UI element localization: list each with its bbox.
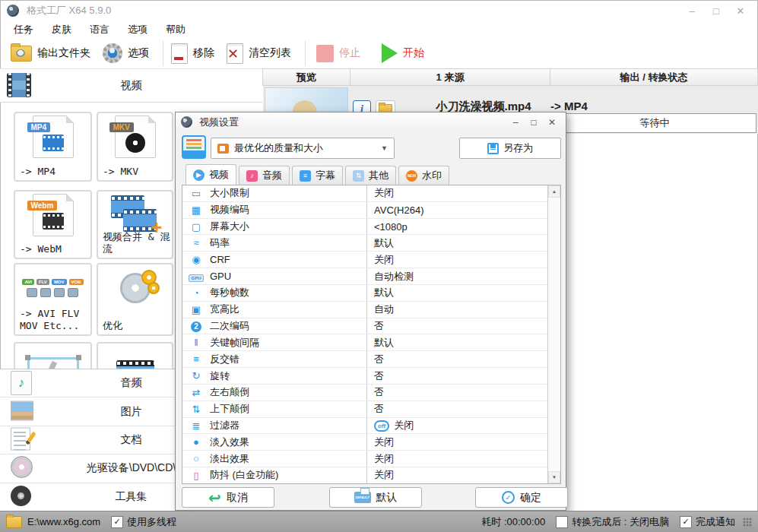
ok-button[interactable]: ✓ 确定 xyxy=(475,487,568,508)
stop-button[interactable]: 停止 xyxy=(316,45,360,62)
elapsed-value: 00:00:00 xyxy=(507,516,546,527)
format-card-label: -> AVI FLV MOV Etc... xyxy=(20,308,79,333)
output-path[interactable]: E:\www.x6g.com xyxy=(27,516,100,527)
setting-value: 否 xyxy=(374,353,384,366)
scrollbar[interactable]: ▲ ▼ xyxy=(547,185,560,483)
column-header-source[interactable]: 1 来源 xyxy=(350,68,550,86)
setting-row[interactable]: ≡反交错否 xyxy=(182,351,548,368)
setting-label: 上下颠倒 xyxy=(210,402,249,416)
dialog-maximize-icon[interactable]: □ xyxy=(528,117,540,128)
tab-label: 字幕 xyxy=(316,169,335,182)
menu-item[interactable]: 语言 xyxy=(81,23,119,36)
maximize-icon[interactable]: □ xyxy=(708,5,725,17)
column-header-output[interactable]: 输出 / 转换状态 xyxy=(550,68,758,86)
setting-label: 视频编码 xyxy=(210,203,249,217)
tab-other[interactable]: ⇅其他 xyxy=(345,166,396,185)
setting-row[interactable]: 2二次编码否 xyxy=(182,318,548,335)
setting-label: 码率 xyxy=(210,236,230,250)
setting-row[interactable]: ‖关键帧间隔默认 xyxy=(182,334,548,351)
setting-row[interactable]: ≈码率默认 xyxy=(182,235,548,252)
output-format: -> MP4 xyxy=(550,100,588,112)
setting-row[interactable]: ▢屏幕大小<1080p xyxy=(182,219,548,236)
tab-audio[interactable]: ♪音频 xyxy=(239,166,290,185)
scroll-up-icon[interactable]: ▲ xyxy=(548,185,560,198)
subtitle-tab-icon: ≡ xyxy=(300,170,311,182)
options-button[interactable]: 选项 xyxy=(103,43,149,63)
setting-row[interactable]: ●淡入效果关闭 xyxy=(182,434,548,451)
setting-row[interactable]: ○淡出效果关闭 xyxy=(182,451,548,467)
notify-checkbox[interactable] xyxy=(680,516,692,528)
setting-row[interactable]: ⇄左右颠倒否 xyxy=(182,385,548,401)
minimize-icon[interactable]: – xyxy=(683,5,700,17)
tab-video[interactable]: ▶视频 xyxy=(186,164,236,185)
setting-row[interactable]: ▯防抖 (白金功能)关闭 xyxy=(182,467,548,483)
status-label: 等待中 xyxy=(640,116,670,130)
start-label: 开始 xyxy=(403,46,424,60)
menu-item[interactable]: 选项 xyxy=(119,23,157,36)
source-header-label: 1 来源 xyxy=(436,71,465,84)
dialog-minimize-icon[interactable]: – xyxy=(509,117,522,128)
close-icon[interactable]: ✕ xyxy=(732,5,749,17)
tab-label: 音频 xyxy=(262,169,282,182)
remove-button[interactable]: 移除 xyxy=(171,43,214,64)
shutdown-checkbox[interactable] xyxy=(556,516,568,528)
menu-item[interactable]: 皮肤 xyxy=(43,23,81,36)
format-card[interactable]: AVIFLVMOVVOB-> AVI FLV MOV Etc... xyxy=(14,263,92,336)
film-frame-icon xyxy=(217,144,229,154)
deinterlace-icon: ≡ xyxy=(182,353,210,365)
setting-label: GPU xyxy=(210,271,231,282)
clear-list-button[interactable]: 清空列表 xyxy=(227,43,291,64)
dialog-tabs: ▶视频♪音频≡字幕⇅其他NEW水印 xyxy=(176,166,566,185)
image-icon xyxy=(11,401,33,423)
default-button[interactable]: DEFAULT 默认 xyxy=(329,487,422,508)
setting-value: 默认 xyxy=(374,286,394,299)
format-card[interactable]: 优化 xyxy=(97,263,173,336)
resize-grip[interactable] xyxy=(743,518,752,527)
status-bar: E:\www.x6g.com 使用多线程 耗时 : 00:00:00 转换完成后… xyxy=(0,511,758,532)
format-card-label: -> MKV xyxy=(103,166,138,178)
preset-value: 最优化的质量和大小 xyxy=(234,141,323,155)
multithread-checkbox[interactable] xyxy=(111,516,123,528)
video-category-header[interactable]: 视频 xyxy=(0,68,262,103)
setting-row[interactable]: ↻旋转否 xyxy=(182,368,548,385)
aspect-ratio-icon: ▣ xyxy=(182,304,210,315)
output-path-folder-icon[interactable] xyxy=(6,516,22,528)
rotate-icon: ↻ xyxy=(182,370,210,382)
save-as-label: 另存为 xyxy=(503,141,533,155)
output-folder-button[interactable]: 输出文件夹 xyxy=(11,46,90,62)
chip-icon: ▦ xyxy=(182,204,210,216)
format-card[interactable]: MP4-> MP4 xyxy=(14,112,92,182)
setting-row[interactable]: ◉CRF关闭 xyxy=(182,252,548,268)
setting-label: 旋转 xyxy=(210,369,230,383)
cancel-button[interactable]: ↩ 取消 xyxy=(182,487,274,508)
start-button[interactable]: 开始 xyxy=(382,43,424,63)
fps-icon: ◔ xyxy=(182,287,210,299)
toolbar-separator xyxy=(163,40,163,66)
save-as-button[interactable]: 另存为 xyxy=(459,138,561,159)
setting-row[interactable]: ≣过滤器off关闭 xyxy=(182,418,548,435)
dialog-close-icon[interactable]: ✕ xyxy=(546,117,558,128)
menu-item[interactable]: 任务 xyxy=(5,23,43,36)
scroll-down-icon[interactable]: ▼ xyxy=(548,471,560,483)
format-card[interactable]: Webm-> WebM xyxy=(14,190,92,259)
setting-row[interactable]: ◔每秒帧数默认 xyxy=(182,285,548,302)
setting-row[interactable]: ▣宽高比自动 xyxy=(182,302,548,318)
menu-item[interactable]: 帮助 xyxy=(157,23,195,36)
dialog-title-bar: 视频设置 – □ ✕ xyxy=(176,112,566,131)
category-label: 工具集 xyxy=(116,490,147,504)
tab-watermark[interactable]: NEW水印 xyxy=(398,166,449,185)
format-card[interactable]: MKV-> MKV xyxy=(97,112,173,182)
preset-select[interactable]: 最优化的质量和大小 ▼ xyxy=(211,138,395,159)
fade-out-icon: ○ xyxy=(182,453,210,464)
setting-row[interactable]: GPUGPU自动检测 xyxy=(182,268,548,285)
setting-row[interactable]: ▦视频编码AVC(H264) xyxy=(182,202,548,219)
setting-value: 否 xyxy=(374,369,384,383)
setting-row[interactable]: ⇅上下颠倒否 xyxy=(182,401,548,418)
video-category-label: 视频 xyxy=(0,69,262,102)
tab-subtitle[interactable]: ≡字幕 xyxy=(292,166,343,185)
column-header-preview[interactable]: 预览 xyxy=(262,68,350,86)
tab-label: 其他 xyxy=(369,169,389,182)
mkv-file-icon: MKV xyxy=(98,113,172,160)
format-card[interactable]: +视频合并 & 混流 xyxy=(97,190,173,259)
setting-row[interactable]: ▭大小限制关闭 xyxy=(182,185,548,202)
